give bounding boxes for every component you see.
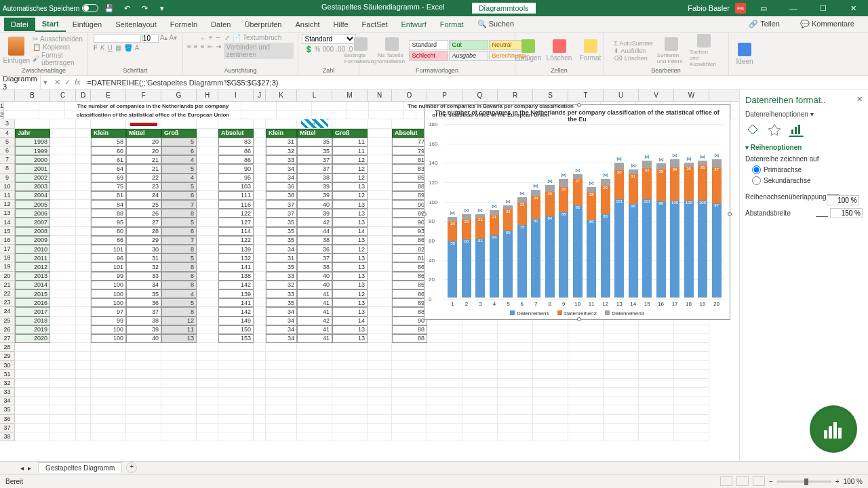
cell[interactable] <box>197 155 218 164</box>
cell[interactable] <box>254 164 266 173</box>
cell[interactable] <box>392 343 427 352</box>
cell[interactable] <box>91 432 126 441</box>
cell[interactable] <box>50 155 76 164</box>
cell[interactable]: 23 <box>126 182 161 191</box>
cell[interactable] <box>498 424 533 432</box>
cell[interactable] <box>462 352 498 361</box>
cell[interactable] <box>368 343 392 352</box>
primary-axis-radio[interactable]: Primärachse <box>752 165 863 174</box>
cell[interactable] <box>297 388 332 396</box>
cell[interactable] <box>126 424 161 432</box>
cell[interactable]: 88 <box>392 325 427 334</box>
merge-button[interactable]: Verbinden und zentrieren <box>224 43 294 59</box>
cell[interactable] <box>91 405 126 414</box>
align-right-icon[interactable]: ≡ <box>201 43 205 59</box>
cell[interactable] <box>604 343 639 352</box>
cell[interactable] <box>126 396 161 405</box>
cell[interactable] <box>76 298 91 307</box>
cell[interactable] <box>332 379 368 388</box>
cell[interactable] <box>254 200 266 209</box>
cell[interactable]: 22 <box>126 174 161 182</box>
col-header[interactable]: R <box>498 89 533 101</box>
pane-fill-icon[interactable] <box>745 122 760 137</box>
cell[interactable] <box>674 396 709 405</box>
cell[interactable] <box>76 146 91 155</box>
cell[interactable]: Absolut <box>218 129 254 138</box>
cell[interactable] <box>15 432 50 441</box>
cell[interactable] <box>568 352 604 361</box>
cell[interactable] <box>533 343 568 352</box>
cell[interactable]: 20 <box>126 138 161 146</box>
cell[interactable]: 97 <box>91 307 126 316</box>
autosave-toggle[interactable]: Automatisches Speichern <box>3 4 98 12</box>
cell[interactable] <box>639 424 674 432</box>
cell[interactable]: 2018 <box>15 317 50 325</box>
cell[interactable] <box>76 325 91 334</box>
cell[interactable]: 101 <box>91 245 126 253</box>
comments-button[interactable]: 💬 Kommentare <box>793 17 861 31</box>
tab-start[interactable]: Start <box>35 17 66 32</box>
cell[interactable]: 34 <box>266 174 297 182</box>
cell[interactable] <box>427 396 462 405</box>
row-header[interactable]: 32 <box>0 379 15 388</box>
cell[interactable] <box>76 432 91 441</box>
zoom-slider[interactable] <box>777 481 831 483</box>
cell[interactable] <box>266 396 297 405</box>
cell[interactable] <box>392 415 427 424</box>
cell[interactable]: 81 <box>91 191 126 200</box>
redo-icon[interactable]: ↷ <box>138 1 151 15</box>
cell[interactable] <box>254 396 266 405</box>
cell[interactable] <box>218 432 254 441</box>
cell[interactable] <box>50 129 76 138</box>
cell[interactable]: 138 <box>218 272 254 281</box>
cell[interactable] <box>392 405 427 414</box>
cell[interactable] <box>604 396 639 405</box>
cell[interactable]: 86 <box>91 236 126 245</box>
align-top-icon[interactable]: ⫠ <box>199 34 206 41</box>
cell[interactable] <box>332 361 368 369</box>
col-header[interactable]: V <box>639 89 674 101</box>
cell[interactable] <box>604 415 639 424</box>
cell[interactable] <box>533 415 568 424</box>
cell[interactable]: 36 <box>266 182 297 191</box>
cell[interactable] <box>126 352 161 361</box>
cell[interactable] <box>197 209 218 218</box>
cell[interactable] <box>332 432 368 441</box>
cell[interactable] <box>639 432 674 441</box>
cell[interactable] <box>297 119 332 128</box>
view-layout-icon[interactable] <box>736 476 749 486</box>
cell[interactable] <box>427 424 462 432</box>
cell[interactable] <box>639 334 674 343</box>
cell[interactable]: The number of companies in the Netherlan… <box>65 102 241 110</box>
cell[interactable] <box>50 370 76 379</box>
cell[interactable] <box>568 361 604 369</box>
cell[interactable]: 95 <box>218 174 254 182</box>
cell[interactable] <box>197 119 218 128</box>
cell[interactable] <box>50 307 76 316</box>
chart-object[interactable]: The number of companies in the Netherlan… <box>424 104 730 320</box>
cell[interactable] <box>568 405 604 414</box>
tab-factset[interactable]: FactSet <box>355 18 395 31</box>
cell[interactable]: 75 <box>91 182 126 191</box>
cell[interactable] <box>218 388 254 396</box>
cell[interactable] <box>197 174 218 182</box>
cell[interactable] <box>568 424 604 432</box>
cell[interactable] <box>15 361 50 369</box>
cell[interactable] <box>4 110 39 119</box>
cell[interactable] <box>76 155 91 164</box>
cell[interactable]: 36 <box>297 245 332 253</box>
cell[interactable] <box>297 370 332 379</box>
cond-format-button[interactable]: Bedingte Formatierung <box>347 37 375 64</box>
cell[interactable] <box>498 432 533 441</box>
col-header[interactable]: B <box>15 89 50 101</box>
cell[interactable] <box>254 218 266 226</box>
cell[interactable]: 64 <box>91 164 126 173</box>
cell[interactable] <box>161 379 197 388</box>
cell[interactable] <box>368 218 392 226</box>
cell[interactable] <box>91 424 126 432</box>
cell[interactable] <box>91 370 126 379</box>
cell[interactable]: 5 <box>161 164 197 173</box>
cell[interactable] <box>498 396 533 405</box>
cell[interactable]: 29 <box>126 236 161 245</box>
percent-icon[interactable]: % <box>315 45 321 53</box>
